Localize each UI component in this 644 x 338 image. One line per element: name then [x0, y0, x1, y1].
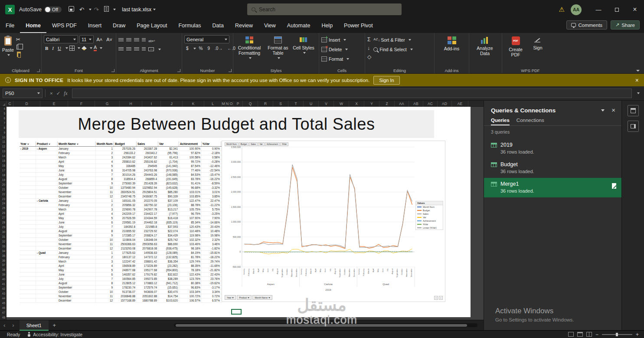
table-cell[interactable]: 2593056.63: [137, 242, 158, 246]
table-row[interactable]: December121577168.891680788.89$103,62010…: [20, 299, 222, 303]
table-cell[interactable]: August: [58, 229, 96, 233]
close-button[interactable]: [626, 0, 644, 19]
banner-close-icon[interactable]: [635, 77, 639, 84]
table-cell[interactable]: [36, 299, 58, 302]
table-cell[interactable]: 110.48%: [179, 229, 202, 233]
table-cell[interactable]: $85,280: [158, 190, 179, 194]
table-cell[interactable]: 179179.82: [137, 272, 158, 276]
row-header-31[interactable]: 31: [0, 235, 6, 240]
table-cell[interactable]: 3.85%: [202, 194, 221, 198]
table-row[interactable]: August8212805.12170883.12(941,712)80.38%…: [20, 281, 222, 285]
table-cell[interactable]: 182750.32: [137, 203, 158, 207]
query-item-merge1[interactable]: Merge136 rows loaded.: [484, 178, 621, 197]
align-center-icon[interactable]: [126, 47, 131, 51]
column-header-o[interactable]: O: [229, 101, 233, 107]
table-cell[interactable]: [36, 160, 58, 164]
table-cell[interactable]: 243763.98: [137, 168, 158, 172]
font-name-select[interactable]: Calibri: [44, 35, 78, 43]
ribbon-tab-draw[interactable]: Draw: [107, 19, 131, 33]
table-row[interactable]: August8318504.4266859.4(151,645)83.78%-1…: [20, 177, 222, 181]
table-cell[interactable]: November: [58, 242, 96, 246]
table-cell[interactable]: -8.59%: [202, 181, 221, 185]
table-cell[interactable]: 103.01%: [179, 190, 202, 194]
table-cell[interactable]: (941,712): [158, 281, 179, 285]
table-cell[interactable]: November: [58, 294, 96, 298]
table-header-var[interactable]: Var: [158, 141, 179, 146]
filter-caret-icon[interactable]: [49, 144, 50, 145]
table-cell[interactable]: [36, 277, 58, 281]
table-cell[interactable]: 255106.62: [137, 160, 158, 164]
indent-icon[interactable]: [142, 47, 146, 51]
table-cell[interactable]: [20, 160, 36, 164]
table-cell[interactable]: (938,475): [158, 246, 179, 250]
table-cell[interactable]: 224344.59: [137, 216, 158, 220]
table-cell[interactable]: 9: [96, 233, 114, 237]
table-header-var[interactable]: %Var: [202, 141, 221, 146]
merge-center-icon[interactable]: [148, 47, 154, 51]
table-cell[interactable]: 149536.63: [137, 251, 158, 255]
query-item-budget[interactable]: Budget36 rows loaded.: [484, 158, 621, 178]
table-cell[interactable]: 85.34%: [179, 220, 202, 224]
table-cell[interactable]: 184392.8: [114, 225, 137, 229]
table-cell[interactable]: $37,109: [158, 199, 179, 203]
column-header-ac[interactable]: AC: [423, 101, 438, 107]
table-cell[interactable]: 243437.62: [137, 155, 158, 159]
table-cell[interactable]: [20, 203, 36, 207]
table-cell[interactable]: $38,289: [158, 277, 179, 281]
table-cell[interactable]: September: [58, 285, 96, 289]
table-cell[interactable]: 5: [96, 216, 114, 220]
table-cell[interactable]: 275060.39: [114, 181, 137, 185]
format-cells-button[interactable]: Format: [321, 54, 363, 64]
table-cell[interactable]: -16.22%: [202, 177, 221, 181]
table-cell[interactable]: (15,651): [158, 285, 179, 289]
table-row[interactable]: June6314705.98243763.98(970,936)77.46%-2…: [20, 168, 222, 173]
cell-styles-button[interactable]: Cell Styles: [293, 35, 314, 54]
column-header-c[interactable]: C: [7, 101, 13, 107]
table-cell[interactable]: 2506366.63: [114, 242, 137, 246]
dialog-launcher-icon[interactable]: [111, 69, 114, 72]
table-cell[interactable]: 2830524.51: [114, 190, 137, 194]
table-cell[interactable]: 147372.12: [137, 255, 158, 259]
row-header-43[interactable]: 43: [0, 292, 6, 296]
table-cell[interactable]: December: [58, 194, 96, 198]
table-cell[interactable]: April: [58, 264, 96, 268]
comments-button[interactable]: Comments: [566, 20, 607, 30]
maximize-button[interactable]: [608, 0, 626, 19]
edit-query-icon[interactable]: [612, 183, 616, 189]
table-cell[interactable]: 11: [96, 294, 114, 298]
table-cell[interactable]: 5.75%: [202, 207, 221, 211]
row-header-46[interactable]: 46: [0, 306, 6, 311]
chart-field-budget[interactable]: Budget: [239, 142, 249, 146]
table-row[interactable]: November112830524.512915804.51$85,280103…: [20, 190, 222, 194]
table-row[interactable]: September9275060.39251428.39(823,632)91.…: [20, 181, 222, 186]
table-cell[interactable]: 180137.12: [114, 255, 137, 259]
table-header-sales[interactable]: Sales: [137, 141, 158, 146]
table-cell[interactable]: 7: [96, 277, 114, 281]
create-pdf-button[interactable]: Create PDF: [504, 35, 527, 57]
table-cell[interactable]: $25,742: [158, 238, 179, 242]
column-header-g[interactable]: G: [95, 101, 120, 107]
table-cell[interactable]: 943606.07: [137, 290, 158, 294]
page-break-view-icon[interactable]: [586, 332, 592, 337]
autosave-toggle[interactable]: Off: [44, 7, 62, 13]
table-cell[interactable]: 158601.42: [137, 259, 158, 263]
table-cell[interactable]: 5: [96, 268, 114, 272]
table-cell[interactable]: July: [58, 225, 96, 229]
table-cell[interactable]: November: [58, 190, 96, 194]
italic-icon[interactable]: [51, 46, 55, 51]
table-cell[interactable]: 318504.4: [114, 177, 137, 181]
table-cell[interactable]: 3.46%: [202, 242, 221, 246]
table-row[interactable]: September9172385.17206824.17$34,439119.9…: [20, 233, 222, 238]
table-cell[interactable]: -18.22%: [202, 255, 221, 259]
table-cell[interactable]: [36, 216, 58, 220]
table-cell[interactable]: February: [58, 203, 96, 207]
table-cell[interactable]: [36, 264, 58, 268]
table-row[interactable]: March3122247.42158601.42$36,354129.74%29…: [20, 259, 222, 264]
tab-queries[interactable]: Queries: [491, 118, 510, 125]
row-header-14[interactable]: 14: [0, 154, 6, 159]
align-bottom-icon[interactable]: [134, 38, 139, 42]
column-header-r[interactable]: R: [258, 101, 273, 107]
table-cell[interactable]: (148,585): [158, 173, 179, 177]
table-cell[interactable]: 4: [96, 212, 114, 216]
table-cell[interactable]: 88.78%: [179, 203, 202, 207]
